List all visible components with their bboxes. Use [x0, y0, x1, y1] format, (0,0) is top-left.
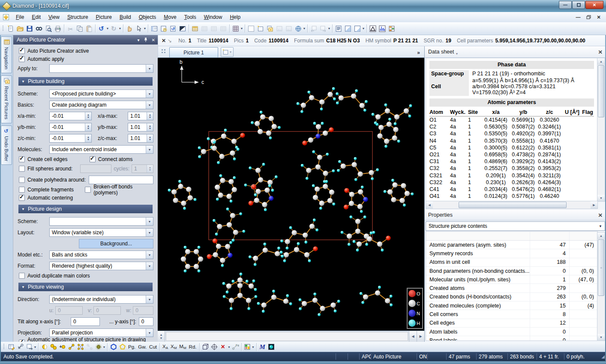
scroll-up-icon[interactable]: ▲ — [597, 58, 605, 65]
structure-hscroll-track[interactable] — [166, 332, 408, 341]
avoid-duplicate-checkbox[interactable]: Avoid duplicate main colors — [18, 272, 153, 280]
list-item[interactable]: Created atoms279 — [426, 284, 597, 292]
minimize-button[interactable]: — — [559, 1, 572, 9]
sidebar-tab-navigation[interactable]: Navigation — [1, 36, 12, 73]
properties-vscrollbar[interactable]: ▲ ≡ ▼ — [597, 232, 605, 341]
menu-edit[interactable]: Edit — [28, 13, 45, 21]
color-table-icon[interactable] — [387, 24, 396, 33]
molecules-combobox[interactable]: Include when centroid inside▼ — [49, 145, 153, 154]
design-scheme-combobox[interactable]: ▼ — [49, 217, 153, 226]
list-item[interactable]: Created molecules (complete)15(4) — [426, 301, 597, 310]
destroy-icon[interactable]: × — [219, 343, 228, 351]
u-field[interactable]: 0 — [55, 306, 83, 315]
cycles-spinner[interactable]: 1▲▼ — [132, 164, 153, 173]
sidebar-tab-undo-buffer[interactable]: ↺Undo Buffer — [1, 125, 12, 165]
building-scheme-combobox[interactable]: <Proposed picture building>▼ — [49, 90, 153, 98]
apc-close-icon[interactable]: ✕ — [152, 38, 155, 42]
data-sheet-content[interactable]: Phase data Space-group P 21 21 21 (19) -… — [426, 58, 598, 202]
toolbar-handle-icon[interactable] — [2, 24, 5, 33]
menu-help[interactable]: Help — [226, 13, 244, 21]
wizard-icon[interactable] — [16, 343, 25, 351]
model-combobox[interactable]: Balls and sticks▼ — [49, 251, 153, 259]
title-bar[interactable]: Diamond - [1100914.cif] — ✕ — [0, 0, 606, 12]
document-icon[interactable] — [3, 14, 9, 21]
basics-combobox[interactable]: Create packing diagram▼ — [49, 101, 153, 109]
tilt-x-field[interactable]: 0 — [71, 317, 100, 326]
undo-icon[interactable]: ↺ — [97, 24, 106, 33]
grid-icon[interactable] — [231, 24, 240, 33]
atom-bonds-icon[interactable] — [67, 343, 76, 351]
menu-file[interactable]: File — [12, 13, 28, 21]
print-icon[interactable] — [53, 24, 63, 33]
new-file-icon[interactable] — [6, 24, 15, 33]
blank-picture-icon[interactable] — [246, 24, 256, 33]
close-button[interactable]: ✕ — [585, 1, 603, 9]
mm-mode-button[interactable]: MM — [178, 344, 187, 350]
dropdown-arrow-icon[interactable]: ▼ — [118, 27, 122, 30]
tab-overflow-chevron[interactable]: » — [417, 50, 424, 56]
dropdown-arrow-icon[interactable]: ▼ — [228, 346, 231, 349]
menu-picture[interactable]: Picture — [92, 13, 116, 21]
unit-cell-icon[interactable] — [201, 343, 210, 351]
menu-structure[interactable]: Structure — [63, 13, 92, 21]
mdi-minimize-icon[interactable]: — — [574, 14, 582, 21]
v-field[interactable]: 0 — [93, 306, 121, 315]
list-item[interactable]: Bond labels0 — [426, 336, 597, 341]
sidebar-tab-recent-pictures[interactable]: Recent Pictures — [1, 75, 12, 123]
section-picture-viewing[interactable]: ▼Picture viewing — [18, 283, 153, 291]
atom-pair-icon[interactable] — [49, 343, 58, 351]
table-row[interactable]: O14a10.4154(4)0.5699(1)0.30260 — [429, 116, 594, 123]
cut-icon[interactable]: ✂ — [66, 24, 75, 33]
layout-combobox[interactable]: Window (variable size)▼ — [49, 228, 153, 237]
table-row[interactable]: O414a10.0124(3)0.5776(1)0.46240 — [429, 193, 594, 200]
close-data-icon[interactable]: ✕ — [162, 38, 166, 44]
scroll-down-icon[interactable]: ▼ — [597, 195, 605, 201]
apc-pin-icon[interactable] — [144, 37, 148, 43]
table-row[interactable]: C34a10.5350(5)0.4920(2)0.3997(1) — [429, 130, 594, 137]
table-row[interactable]: C54a10.3000(5)0.6122(2)0.3581(1) — [429, 144, 594, 151]
table-row[interactable]: C24a10.5630(5)0.5087(2)0.3246(1) — [429, 123, 594, 130]
picture-gray-icon[interactable] — [284, 24, 294, 33]
data-sheet-title-bar[interactable]: Data sheet ▼ ✕ — [425, 46, 606, 58]
dropdown-arrow-icon[interactable]: ▼ — [362, 27, 365, 30]
apc-auto-apply-checkbox[interactable]: Automatic apply — [18, 55, 153, 63]
select-icon[interactable] — [134, 24, 144, 33]
report-panel-icon[interactable] — [159, 24, 168, 33]
new-picture-button[interactable]: ▼ — [221, 47, 234, 57]
menu-build[interactable]: Build — [116, 13, 135, 21]
polyhedra-field[interactable] — [89, 176, 153, 184]
frame-spinner[interactable]: ▲▼ — [158, 331, 165, 342]
properties-table[interactable]: Atomic parameters (asym. sites)47(47)Sym… — [426, 231, 598, 341]
report-view-icon[interactable] — [334, 24, 343, 33]
tabbar-handle-icon[interactable] — [162, 49, 166, 55]
dropdown-arrow-icon[interactable]: ▼ — [303, 27, 306, 30]
list-item[interactable]: Bond parameters (non-bonding contacts...… — [426, 267, 597, 275]
table-row[interactable]: O214a10.6958(5)0.4738(2)0.2874(1) — [429, 151, 594, 158]
picture-panel-icon[interactable] — [178, 24, 187, 33]
section-picture-building[interactable]: ▼Picture building — [18, 77, 153, 86]
toolbar-handle-icon[interactable] — [3, 343, 6, 351]
auto-adjust-checkbox[interactable]: Automatic adjustment of structure pictur… — [18, 338, 153, 342]
direction-combobox[interactable]: (Indeterminate or individual)▼ — [49, 295, 153, 304]
xm-mode-button[interactable]: XM — [169, 344, 178, 350]
broken-bonds-checkbox[interactable]: Broken-off bonds (polymers) — [84, 184, 153, 196]
list-item[interactable]: Atom labels0 — [426, 328, 597, 336]
xa-mode-button[interactable]: XA — [161, 344, 169, 350]
draw-view-2-icon[interactable] — [353, 24, 362, 33]
table-gold-icon[interactable] — [190, 24, 200, 33]
draw-view-1-icon[interactable] — [343, 24, 353, 33]
copy-picture-icon[interactable] — [265, 24, 275, 33]
data-sheet-close-icon[interactable]: ✕ — [598, 49, 603, 55]
picture-gray-icon[interactable] — [275, 24, 284, 33]
properties-close-icon[interactable]: ✕ — [598, 212, 603, 218]
list-item[interactable]: Atoms in unit cell188 — [426, 258, 597, 267]
new-picture-icon[interactable] — [256, 24, 265, 33]
apc-active-checkbox[interactable]: Auto Picture Creator active — [18, 47, 153, 55]
data-sheet-hscrollbar[interactable]: ◀ ▶ — [426, 201, 598, 209]
list-item[interactable]: Molecular units (mol./polym. sites)1(47,… — [426, 275, 597, 284]
scroll-left-icon[interactable]: ◀ — [426, 201, 433, 209]
dropdown-arrow-icon[interactable]: ▼ — [33, 346, 37, 349]
table-gray-icon[interactable] — [219, 24, 228, 33]
pan-icon[interactable] — [125, 24, 134, 33]
table-row[interactable]: C3214a10.209(1)0.3542(4)0.3211(3) — [429, 172, 594, 179]
